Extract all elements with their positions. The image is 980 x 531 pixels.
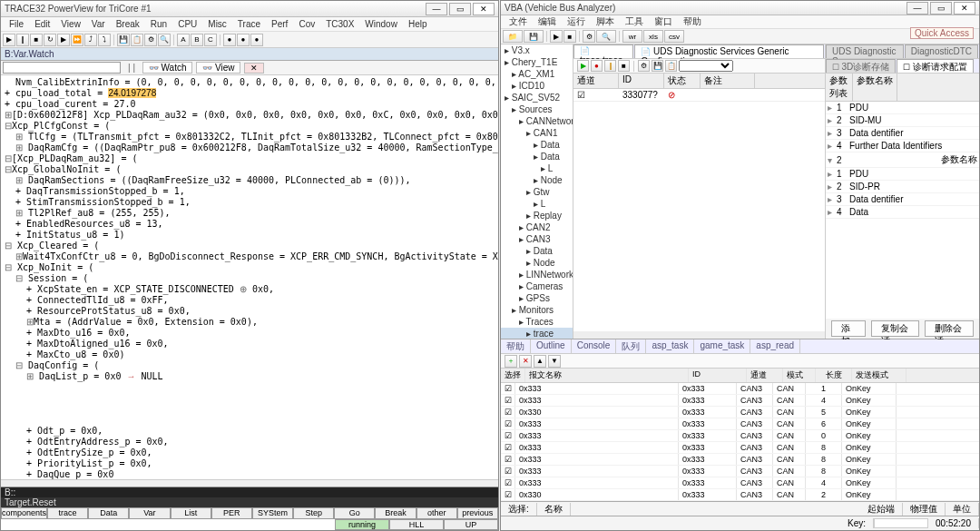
add-icon[interactable]: ＋ bbox=[505, 355, 517, 368]
tab-uds-ser[interactable]: UDS Diagnostic Ser... bbox=[826, 44, 904, 58]
toolbar-button[interactable]: 💾 bbox=[524, 30, 544, 43]
PER-button[interactable]: PER bbox=[211, 507, 252, 519]
trace-button[interactable]: trace bbox=[47, 507, 88, 519]
table-row[interactable]: ☑ 333077? ⊘ bbox=[573, 89, 825, 102]
table-row[interactable]: ☑0x3330x333CAN3CAN0OnKey bbox=[501, 430, 979, 442]
title-bar[interactable]: VBA (Vehicle Bus Analyzer) — ▭ ✕ bbox=[501, 1, 979, 15]
play-icon[interactable]: ▶ bbox=[577, 60, 589, 72]
toolbar-button[interactable]: ■ bbox=[564, 30, 576, 43]
param-row[interactable]: ▸4Data bbox=[826, 206, 979, 219]
Step-button[interactable]: Step bbox=[293, 507, 334, 519]
tree-node[interactable]: ▸ Node bbox=[501, 257, 573, 269]
scrollbar-h[interactable] bbox=[1, 479, 498, 487]
param-row[interactable]: ▸3Data dentifier bbox=[826, 193, 979, 206]
menu-cov[interactable]: Cov bbox=[294, 19, 319, 29]
toolbar-button[interactable]: xls bbox=[643, 30, 663, 43]
toolbar-button[interactable]: ● bbox=[237, 34, 250, 46]
menu-item[interactable]: 运行 bbox=[563, 15, 590, 28]
toolbar-button[interactable]: ⤵ bbox=[98, 34, 111, 46]
menu-var[interactable]: Var bbox=[87, 19, 110, 29]
tree-node[interactable]: ▸ L bbox=[501, 162, 573, 174]
filter-icon[interactable]: ⚙ bbox=[638, 60, 650, 72]
menu-view[interactable]: View bbox=[56, 19, 85, 29]
Data-button[interactable]: Data bbox=[88, 507, 129, 519]
project-tree[interactable]: ▸ V3.x▸ Chery_T1E▸ AC_XM1▸ ICD10▸ SAIC_S… bbox=[501, 44, 573, 339]
save-icon[interactable]: 💾 bbox=[652, 60, 663, 72]
menu-run[interactable]: Run bbox=[146, 19, 172, 29]
UP-button[interactable]: UP bbox=[444, 519, 498, 531]
tree-node[interactable]: ▸ CAN1 bbox=[501, 127, 573, 139]
toolbar-button[interactable]: ⚙ bbox=[583, 30, 595, 43]
tree-node[interactable]: ▸ Gtw bbox=[501, 186, 573, 198]
table-row[interactable]: ☑0x3330x333CAN3CAN8OnKey bbox=[501, 466, 979, 477]
toolbar-button[interactable]: 💾 bbox=[117, 34, 130, 46]
minimize-button[interactable]: — bbox=[426, 3, 447, 15]
components-button[interactable]: components bbox=[1, 507, 47, 519]
param-row[interactable]: ▸2SID-MU bbox=[826, 114, 979, 127]
toolbar-button[interactable]: wr bbox=[622, 30, 642, 43]
command-prompt[interactable]: B:: bbox=[1, 487, 498, 497]
toolbar-button[interactable]: ▶ bbox=[57, 34, 70, 46]
tree-node[interactable]: ▸ Replay bbox=[501, 210, 573, 221]
tree-node[interactable]: ▸ Node bbox=[501, 174, 573, 186]
tab-dtc[interactable]: DiagnosticDTC bbox=[905, 44, 978, 58]
watch-tab[interactable]: 👓 Watch bbox=[142, 62, 192, 74]
other-button[interactable]: other bbox=[416, 507, 457, 519]
copy-button[interactable]: 复制会话 bbox=[871, 320, 920, 337]
running-button[interactable]: running bbox=[335, 519, 389, 531]
param-row[interactable]: ▸1PDU bbox=[826, 102, 979, 114]
add-button[interactable]: 添加 bbox=[831, 320, 866, 337]
table-row[interactable]: ☑0x3300x333CAN3CAN5OnKey bbox=[501, 407, 979, 418]
menu-help[interactable]: Help bbox=[404, 19, 432, 29]
table-row[interactable]: ☑0x3330x333CAN3CAN8OnKey bbox=[501, 442, 979, 454]
toolbar-button[interactable]: 🔍 bbox=[596, 30, 616, 43]
toolbar-button[interactable]: 📁 bbox=[503, 30, 523, 43]
menu-tc30x[interactable]: TC30X bbox=[321, 19, 358, 29]
param-row[interactable]: ▸3Data dentifier bbox=[826, 127, 979, 140]
menu-cpu[interactable]: CPU bbox=[173, 19, 201, 29]
close-tab[interactable]: ✕ bbox=[244, 63, 264, 74]
tab-3d[interactable]: ☐ 3D诊断存储 bbox=[826, 59, 896, 73]
SYStem-button[interactable]: SYStem bbox=[252, 507, 293, 519]
menu-item[interactable]: 帮助 bbox=[679, 15, 706, 28]
menu-perf[interactable]: Perf bbox=[267, 19, 292, 29]
toolbar-button[interactable]: csv bbox=[664, 30, 684, 43]
view-tab[interactable]: 👓 View bbox=[196, 62, 240, 74]
watch-input[interactable] bbox=[3, 62, 121, 74]
tree-node[interactable]: ▸ Data bbox=[501, 245, 573, 257]
tree-node[interactable]: ▸ trace bbox=[501, 328, 573, 339]
tree-node[interactable]: ▸ Traces bbox=[501, 316, 573, 328]
toolbar-button[interactable]: A bbox=[177, 34, 190, 46]
List-button[interactable]: List bbox=[171, 507, 211, 519]
menu-item[interactable]: 窗口 bbox=[650, 15, 677, 28]
menu-window[interactable]: Window bbox=[360, 19, 402, 29]
close-button[interactable]: ✕ bbox=[473, 3, 495, 15]
tree-node[interactable]: ▸ SAIC_SV52 bbox=[501, 92, 573, 103]
scrollbar-h[interactable] bbox=[573, 331, 825, 339]
tree-node[interactable]: ▸ Data bbox=[501, 139, 573, 151]
tree-node[interactable]: ▸ GPSs bbox=[501, 292, 573, 304]
toolbar-button[interactable]: ■ bbox=[30, 34, 43, 46]
toolbar-button[interactable]: ⚙ bbox=[144, 34, 157, 46]
toolbar-button[interactable]: ↻ bbox=[44, 34, 56, 46]
HLL-button[interactable]: HLL bbox=[389, 519, 444, 531]
toolbar-button[interactable]: ⤴ bbox=[84, 34, 97, 46]
previous-button[interactable]: previous bbox=[457, 507, 498, 519]
minimize-button[interactable]: — bbox=[906, 2, 928, 15]
toolbar-button[interactable]: ⏩ bbox=[71, 34, 83, 46]
record-icon[interactable]: ● bbox=[591, 60, 603, 72]
Break-button[interactable]: Break bbox=[375, 507, 416, 519]
toolbar-button[interactable]: 🔍 bbox=[158, 34, 171, 46]
toolbar-button[interactable]: ▶ bbox=[3, 34, 15, 46]
tree-node[interactable]: ▸ Cameras bbox=[501, 280, 573, 292]
clear-icon[interactable]: 📋 bbox=[665, 60, 677, 72]
tree-node[interactable]: ▸ ICD10 bbox=[501, 80, 573, 92]
down-icon[interactable]: ▼ bbox=[548, 355, 561, 368]
tab-diag-req[interactable]: ☐ 诊断请求配置 bbox=[897, 59, 974, 73]
tree-node[interactable]: ▸ Sources bbox=[501, 103, 573, 115]
view-tab[interactable]: Console bbox=[572, 339, 617, 353]
param-row[interactable]: ▸4Further Data Identifiers bbox=[826, 140, 979, 152]
maximize-button[interactable]: ▭ bbox=[930, 2, 952, 15]
table-row[interactable]: ☑0x3300x333CAN3CAN2OnKey bbox=[501, 489, 979, 501]
param-row[interactable]: ▸1PDU bbox=[826, 168, 979, 181]
